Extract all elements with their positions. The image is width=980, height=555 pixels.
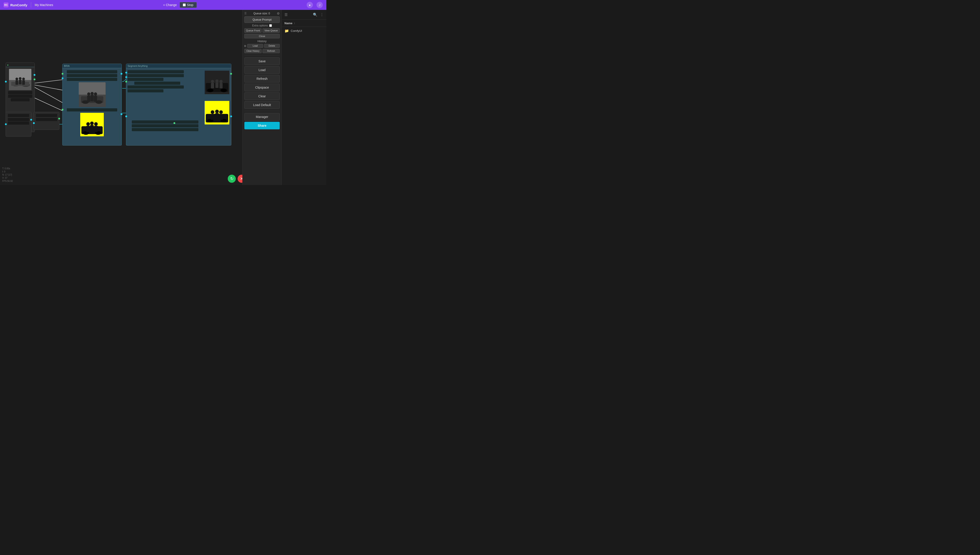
save-button[interactable]: Save (244, 58, 280, 65)
folder-icon: 📁 (285, 29, 289, 33)
extra-options-checkbox[interactable] (269, 24, 272, 27)
refresh-button[interactable]: Refresh (244, 75, 280, 82)
segment-node-title: Segment Anything (126, 64, 231, 68)
seg-port-out1 (230, 73, 232, 75)
node-port-in (5, 81, 7, 82)
history-load-button[interactable]: Load (247, 44, 263, 48)
refresh-button-br[interactable]: ↻ (228, 175, 236, 183)
svg-rect-44 (215, 82, 219, 88)
topbar-right: ● J (307, 2, 323, 8)
node-port-out4 (58, 118, 60, 120)
svg-point-40 (221, 88, 227, 92)
stop-button[interactable]: Stop (179, 2, 197, 8)
history-refresh-button[interactable]: Refresh (263, 49, 280, 53)
topbar-divider (31, 2, 31, 8)
share-button[interactable]: Share (244, 122, 280, 129)
more-options-icon[interactable]: ⋮ (320, 13, 323, 17)
clear-history-button[interactable]: Clear History (244, 49, 262, 53)
svg-rect-46 (219, 83, 223, 88)
comfyui-folder[interactable]: 📁 ComfyUI (282, 27, 327, 35)
topbar: RC RunComfy My Machines + Change Stop ● … (0, 0, 327, 10)
hamburger-icon[interactable]: ☰ (285, 13, 288, 17)
history-item-0: 0: Load Delete (244, 44, 280, 48)
segment-out-image1 (205, 71, 229, 94)
folder-name: ComfyUI (291, 29, 302, 32)
seg-port-in2 (125, 76, 127, 78)
svg-point-55 (219, 110, 223, 114)
logo-area: RC RunComfy (3, 2, 27, 7)
queue-size: Queue size: 0 (253, 12, 270, 15)
svg-point-39 (207, 88, 213, 92)
bria-port-out2 (120, 113, 122, 115)
sort-icon[interactable]: ↑ (294, 22, 295, 25)
stat-fps: FPS:56.82 (2, 180, 13, 183)
gear-icon[interactable]: ⚙ (277, 12, 280, 15)
stat-i: I: 0 (2, 170, 13, 173)
dots-icon[interactable]: ⠿ (244, 12, 247, 15)
small-node-2[interactable] (34, 112, 59, 130)
svg-rect-42 (211, 83, 214, 88)
history-delete-button[interactable]: Delete (264, 44, 280, 48)
user-avatar[interactable]: J (317, 2, 323, 8)
svg-point-12 (19, 77, 21, 80)
svg-point-14 (22, 78, 25, 80)
history-controls: Clear History Refresh (244, 49, 280, 53)
file-name-row: Name ↑ (282, 20, 327, 27)
logo-icon: RC (3, 2, 8, 7)
svg-point-35 (94, 122, 98, 126)
stat-t: T: 0.00s (2, 167, 13, 170)
svg-point-41 (211, 80, 214, 83)
svg-rect-52 (211, 114, 214, 120)
svg-rect-24 (91, 95, 94, 101)
app-name: RunComfy (10, 3, 27, 7)
queue-front-button[interactable]: Queue Front (244, 28, 262, 33)
seg-port-green (173, 122, 175, 124)
queue-sub-buttons: Queue Front View Queue (244, 28, 280, 33)
bria-image (78, 82, 106, 107)
svg-point-33 (90, 122, 94, 125)
load-default-button[interactable]: Load Default (244, 101, 280, 109)
svg-rect-34 (90, 125, 94, 132)
search-icon[interactable]: 🔍 (313, 13, 317, 17)
file-browser-header: ☰ 🔍 ⋮ (282, 10, 327, 20)
small-node-1[interactable] (6, 112, 31, 136)
file-name-label: Name (285, 21, 292, 25)
svg-rect-36 (94, 126, 98, 132)
segment-out-image2 (205, 101, 229, 124)
close-queue-button[interactable]: Close (244, 34, 280, 38)
clipspace-button[interactable]: Clipspace (244, 83, 280, 91)
load-button[interactable]: Load (244, 66, 280, 74)
svg-rect-15 (22, 80, 25, 85)
svg-rect-32 (86, 126, 90, 132)
svg-rect-11 (16, 80, 18, 85)
file-header-icons: ☰ (285, 13, 288, 17)
seg-port-in1 (125, 72, 127, 74)
loader-node-title: ● (6, 63, 35, 67)
bria-node-title: BRIA (62, 64, 122, 68)
manager-button[interactable]: Manager (244, 113, 280, 120)
view-queue-button[interactable]: View Queue (263, 28, 280, 33)
extra-options-label: Extra options (252, 24, 268, 27)
svg-rect-54 (215, 113, 219, 119)
seg-port-out2 (230, 115, 232, 117)
bria-port-in3 (62, 109, 63, 111)
section-label: My Machines (35, 3, 53, 7)
queue-prompt-button[interactable]: Queue Prompt (244, 16, 280, 23)
node-port-out3 (30, 119, 32, 120)
comfy-panel: ⠿ Queue size: 0 ⚙ Queue Prompt Extra opt… (242, 10, 282, 185)
stats-panel: T: 0.00s I: 0 N: 17 [17] V: 37 FPS:56.82 (2, 167, 13, 183)
queue-header: ⠿ Queue size: 0 ⚙ (244, 12, 280, 15)
segment-node[interactable]: Segment Anything (126, 64, 231, 146)
clear-button[interactable]: Clear (244, 92, 280, 100)
bria-node[interactable]: BRIA (62, 64, 122, 146)
node-port-out2 (34, 79, 35, 80)
node-port-in2 (5, 124, 7, 125)
seg-port-in3 (125, 81, 127, 82)
node-canvas[interactable]: ● (0, 10, 242, 185)
loader-image (9, 69, 31, 90)
discord-icon[interactable]: ● (307, 2, 313, 8)
change-button[interactable]: + Change (163, 3, 177, 7)
stat-v: V: 37 (2, 176, 13, 180)
svg-point-10 (16, 78, 18, 80)
svg-rect-56 (219, 114, 223, 120)
